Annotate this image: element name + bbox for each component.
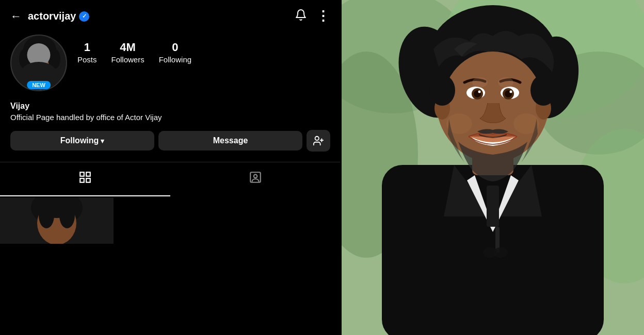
tab-grid[interactable] [0,162,170,196]
svg-point-8 [38,64,41,69]
following-label: Following [159,55,191,64]
svg-point-62 [530,75,556,106]
thumbnail-image [0,197,114,244]
more-options-icon[interactable]: ⋮ [316,8,330,24]
svg-rect-37 [487,186,499,227]
stats-row: 1 Posts 4M Followers 0 Following [77,35,330,64]
header-right: ⋮ [295,8,330,24]
thumbnail-row [0,197,341,244]
svg-rect-16 [80,178,84,182]
svg-rect-15 [86,172,90,176]
followers-label: Followers [111,55,144,64]
new-badge: NEW [27,81,51,89]
header: ← actorvijay ✓ ⋮ [0,0,341,30]
svg-point-11 [315,137,319,140]
svg-point-52 [478,91,481,93]
message-button[interactable]: Message [158,131,302,150]
profile-section: NEW 1 Posts 4M Followers 0 Following [0,30,341,99]
svg-point-5 [24,37,55,60]
posts-label: Posts [77,55,97,64]
svg-point-6 [32,60,36,63]
action-buttons: Following ▾ Message [0,130,341,162]
stat-following[interactable]: 0 Following [159,41,191,64]
instagram-profile-panel: ← actorvijay ✓ ⋮ [0,0,341,335]
avatar-container: NEW [10,35,67,91]
posts-count: 1 [84,41,90,54]
bio-text: Official Page handled by office of Actor… [10,113,330,122]
svg-point-56 [510,91,512,93]
tab-tagged[interactable] [170,162,341,196]
followers-count: 4M [120,41,136,54]
svg-point-19 [254,175,257,178]
photo-background [342,0,644,335]
bio-section: Vijay Official Page handled by office of… [0,99,341,130]
svg-rect-14 [80,172,84,176]
following-count: 0 [172,41,178,54]
following-label: Following [60,136,99,145]
notification-bell-icon[interactable] [295,9,307,24]
following-button[interactable]: Following ▾ [10,131,154,150]
svg-point-60 [498,77,513,88]
header-left: ← actorvijay ✓ [10,10,89,23]
svg-point-61 [429,75,455,106]
photo-panel [342,0,644,335]
post-thumbnail[interactable] [0,197,114,244]
add-friend-button[interactable] [307,130,330,152]
svg-point-2 [26,48,54,79]
verified-badge: ✓ [79,11,89,22]
stat-posts[interactable]: 1 Posts [77,41,97,64]
tab-bar [0,162,341,196]
username: actorvijay [28,10,76,22]
svg-point-7 [43,60,47,63]
svg-rect-17 [86,178,90,182]
back-button[interactable]: ← [10,10,22,23]
chevron-down-icon: ▾ [101,137,104,145]
svg-point-59 [472,77,488,88]
username-row: actorvijay ✓ [28,10,89,22]
grid-icon [78,171,92,187]
person-tag-icon [249,171,262,187]
svg-point-40 [493,247,508,258]
stat-followers[interactable]: 4M Followers [111,41,144,64]
display-name: Vijay [10,102,330,111]
